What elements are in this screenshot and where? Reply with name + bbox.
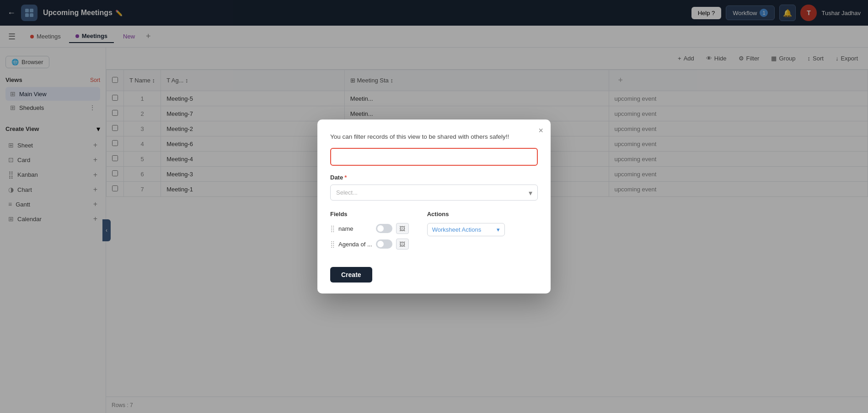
- toggle-inner: [377, 225, 384, 232]
- actions-dropdown[interactable]: Worksheet Actions ▾: [427, 223, 505, 236]
- field-agenda-text: Agenda of ...: [338, 241, 372, 248]
- field-name-text: name: [338, 225, 372, 232]
- modal-close-button[interactable]: ×: [538, 126, 543, 136]
- fields-label: Fields: [330, 211, 409, 217]
- field-agenda-toggle[interactable]: [376, 239, 392, 249]
- modal-name-input[interactable]: [330, 148, 538, 166]
- field-name-image-btn[interactable]: 🖼: [396, 223, 409, 234]
- actions-label: Actions: [427, 211, 538, 217]
- actions-col: Actions Worksheet Actions ▾: [427, 211, 538, 254]
- drag-handle-agenda[interactable]: ⣿: [330, 240, 335, 248]
- toggle-inner-agenda: [377, 241, 384, 247]
- date-label-text: Date: [330, 174, 343, 181]
- field-name-toggle[interactable]: [376, 224, 392, 233]
- date-label: Date *: [330, 174, 538, 181]
- field-agenda-image-btn[interactable]: 🖼: [396, 239, 409, 250]
- field-name-item: ⣿ name 🖼: [330, 223, 409, 234]
- actions-dropdown-label: Worksheet Actions: [432, 226, 481, 233]
- date-select-wrapper: Select... ▾: [330, 185, 538, 201]
- field-agenda-item: ⣿ Agenda of ... 🖼: [330, 239, 409, 250]
- date-select[interactable]: Select...: [330, 185, 538, 201]
- create-button[interactable]: Create: [330, 267, 372, 283]
- actions-dropdown-arrow: ▾: [497, 226, 500, 233]
- modal-overlay[interactable]: × You can filter records of this view to…: [0, 0, 868, 413]
- fields-col: Fields ⣿ name 🖼 ⣿ Agenda of ... 🖼: [330, 211, 409, 254]
- modal-two-col: Fields ⣿ name 🖼 ⣿ Agenda of ... 🖼: [330, 211, 538, 254]
- required-star: *: [344, 174, 347, 181]
- drag-handle-name[interactable]: ⣿: [330, 225, 335, 232]
- modal-dialog: × You can filter records of this view to…: [317, 120, 551, 293]
- modal-info-text: You can filter records of this view to b…: [330, 132, 538, 141]
